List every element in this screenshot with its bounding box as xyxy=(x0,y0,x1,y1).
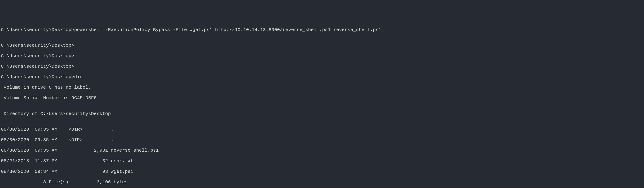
command-line: C:\Users\security\Desktop> xyxy=(1,53,643,59)
prompt: C:\Users\security\Desktop> xyxy=(1,64,74,69)
output-line: Volume in drive C has no label. xyxy=(1,85,643,90)
dir-entry: 08/30/2020 09:35 AM <DIR> . xyxy=(1,127,643,132)
dir-entry: 08/30/2020 09:34 AM 93 wget.ps1 xyxy=(1,169,643,174)
command-line: C:\Users\security\Desktop> xyxy=(1,64,643,69)
output-line: Volume Serial Number is 9C45-DBF0 xyxy=(1,95,643,101)
prompt: C:\Users\security\Desktop> xyxy=(1,53,74,58)
command-text: powershell -ExecutionPolicy Bypass -File… xyxy=(74,27,382,32)
command-line: C:\Users\security\Desktop> xyxy=(1,43,643,48)
prompt: C:\Users\security\Desktop> xyxy=(1,74,74,79)
output-line: Directory of C:\Users\security\Desktop xyxy=(1,111,643,117)
dir-entry: 08/30/2020 09:35 AM <DIR> .. xyxy=(1,137,643,143)
dir-entry: 08/21/2018 11:37 PM 32 user.txt xyxy=(1,158,643,164)
command-line: C:\Users\security\Desktop>dir xyxy=(1,74,643,80)
command-text: dir xyxy=(74,74,83,79)
dir-summary: 3 File(s) 3,106 bytes xyxy=(1,180,643,185)
command-line: C:\Users\security\Desktop>powershell -Ex… xyxy=(1,27,643,33)
prompt: C:\Users\security\Desktop> xyxy=(1,43,74,48)
prompt: C:\Users\security\Desktop> xyxy=(1,27,74,32)
dir-entry: 08/30/2020 09:35 AM 2,981 reverse_shell.… xyxy=(1,148,643,153)
terminal-output[interactable]: C:\Users\security\Desktop>powershell -Ex… xyxy=(1,22,643,188)
